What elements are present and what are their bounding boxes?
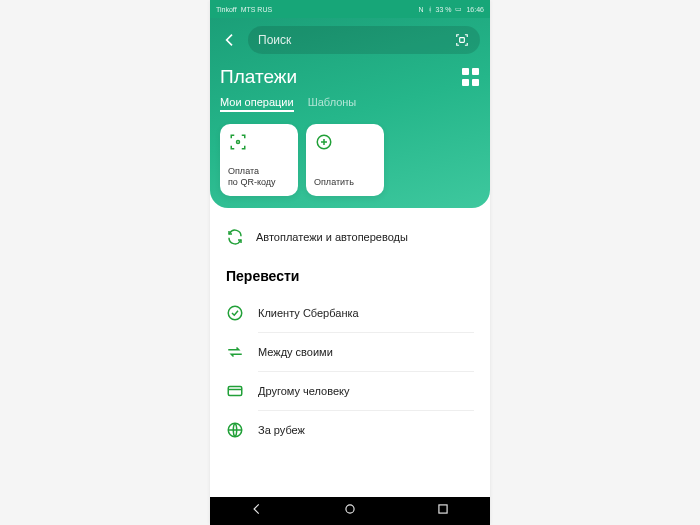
list-label: Другому человеку (258, 385, 350, 397)
status-app: Tinkoff (216, 6, 237, 13)
battery-text: 33 % (436, 6, 452, 13)
svg-point-6 (346, 505, 354, 513)
list-label: Клиенту Сбербанка (258, 307, 359, 319)
svg-rect-4 (228, 387, 242, 396)
transfer-between-own[interactable]: Между своими (226, 333, 474, 371)
card-icon (226, 382, 244, 400)
content: Автоплатежи и автопереводы Перевести Кли… (210, 208, 490, 449)
nav-recent[interactable] (436, 502, 450, 520)
status-bar: Tinkoff MTS RUS N ᚼ 33 % ▭ 16:46 (210, 0, 490, 18)
status-carrier: MTS RUS (241, 6, 273, 13)
card-pay[interactable]: Оплатить (306, 124, 384, 196)
transfer-sberbank-client[interactable]: Клиенту Сбербанка (226, 294, 474, 332)
list-label: Между своими (258, 346, 333, 358)
battery-icon: ▭ (455, 5, 462, 13)
autopay-row[interactable]: Автоплатежи и автопереводы (226, 222, 474, 260)
plus-icon (314, 132, 334, 152)
nav-home[interactable] (343, 502, 357, 520)
svg-rect-7 (439, 505, 447, 513)
qr-icon (228, 132, 248, 152)
search-placeholder: Поиск (258, 33, 291, 47)
tabs: Мои операции Шаблоны (220, 96, 480, 112)
header: Поиск Платежи Мои операции Шаблоны (210, 18, 490, 208)
globe-icon (226, 421, 244, 439)
nfc-icon: N (418, 6, 423, 13)
transfer-other-person[interactable]: Другому человеку (226, 372, 474, 410)
phone-frame: Tinkoff MTS RUS N ᚼ 33 % ▭ 16:46 Поиск (210, 0, 490, 525)
svg-point-1 (237, 141, 240, 144)
section-title-transfer: Перевести (226, 268, 474, 284)
card-pay-label: Оплатить (314, 177, 376, 188)
card-qr-label: Оплата по QR-коду (228, 166, 290, 188)
transfer-abroad[interactable]: За рубеж (226, 411, 474, 449)
android-nav-bar (210, 497, 490, 525)
arrows-icon (226, 343, 244, 361)
checkmark-icon (226, 304, 244, 322)
autopay-label: Автоплатежи и автопереводы (256, 231, 408, 243)
page-title: Платежи (220, 66, 297, 88)
card-qr-pay[interactable]: Оплата по QR-коду (220, 124, 298, 196)
grid-menu-icon[interactable] (462, 68, 480, 86)
status-time: 16:46 (466, 6, 484, 13)
refresh-icon (226, 228, 244, 246)
list-label: За рубеж (258, 424, 305, 436)
tab-my-operations[interactable]: Мои операции (220, 96, 294, 112)
svg-rect-0 (460, 38, 465, 43)
search-input[interactable]: Поиск (248, 26, 480, 54)
back-button[interactable] (220, 30, 240, 50)
nav-back[interactable] (250, 502, 264, 520)
qr-scan-icon[interactable] (454, 32, 470, 48)
tab-templates[interactable]: Шаблоны (308, 96, 357, 112)
bluetooth-icon: ᚼ (428, 6, 432, 13)
svg-point-3 (228, 306, 242, 320)
